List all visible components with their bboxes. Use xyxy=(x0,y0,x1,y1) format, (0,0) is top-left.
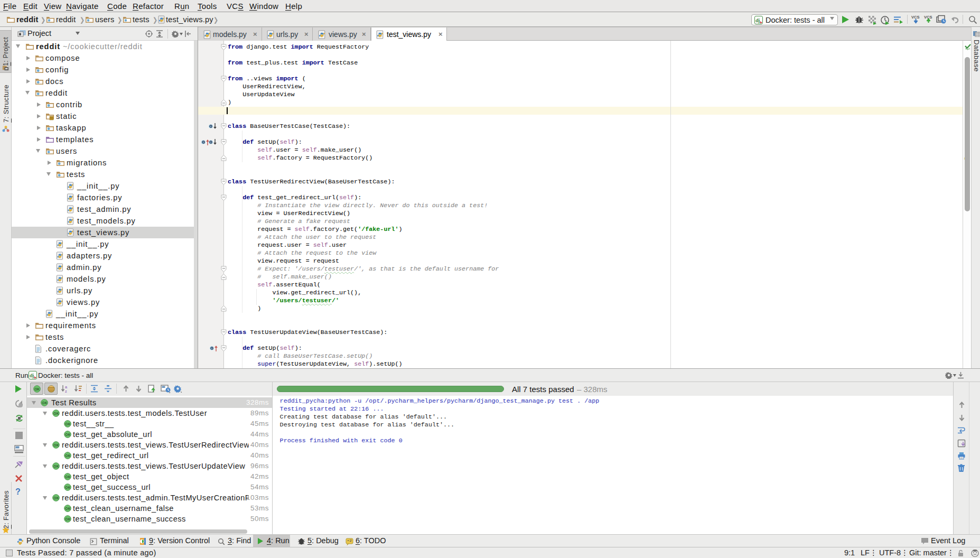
svg-text:OK: OK xyxy=(65,433,71,436)
svg-text:OK: OK xyxy=(53,496,59,500)
svg-text:OK: OK xyxy=(65,486,71,489)
svg-text:z: z xyxy=(65,389,67,393)
svg-text:OK: OK xyxy=(65,517,71,521)
svg-text:OK: OK xyxy=(65,507,71,510)
svg-text:dj: dj xyxy=(30,373,34,378)
svg-text:OK: OK xyxy=(65,454,71,458)
svg-text:OK: OK xyxy=(53,464,59,468)
svg-text:OK: OK xyxy=(65,475,71,479)
svg-text:VCS: VCS xyxy=(911,15,919,20)
svg-text:dj: dj xyxy=(755,17,760,23)
svg-text:OK: OK xyxy=(53,443,59,447)
svg-text:OK: OK xyxy=(65,422,71,426)
svg-text:OK: OK xyxy=(42,401,48,405)
svg-text:OK: OK xyxy=(53,412,59,415)
svg-text:OK: OK xyxy=(34,387,40,391)
